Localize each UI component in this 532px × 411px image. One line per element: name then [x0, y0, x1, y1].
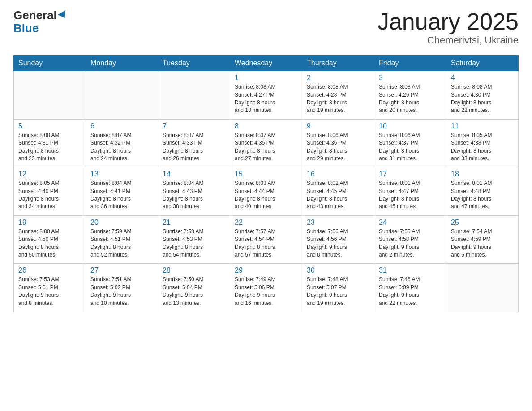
weekday-header-thursday: Thursday [302, 56, 374, 71]
day-info: Sunrise: 7:50 AM Sunset: 5:04 PM Dayligh… [163, 276, 225, 307]
day-number: 31 [379, 266, 442, 274]
day-number: 21 [163, 218, 225, 227]
day-number: 14 [163, 170, 225, 178]
day-number: 26 [18, 266, 81, 274]
calendar-cell: 3Sunrise: 8:08 AM Sunset: 4:29 PM Daylig… [374, 71, 446, 120]
day-info: Sunrise: 7:55 AM Sunset: 4:58 PM Dayligh… [379, 228, 442, 259]
logo-general-text: General [13, 9, 57, 22]
weekday-header-sunday: Sunday [14, 56, 86, 71]
day-number: 16 [307, 170, 369, 178]
calendar-cell: 8Sunrise: 8:07 AM Sunset: 4:35 PM Daylig… [230, 119, 302, 167]
calendar-cell: 11Sunrise: 8:05 AM Sunset: 4:38 PM Dayli… [446, 119, 519, 167]
calendar-cell: 1Sunrise: 8:08 AM Sunset: 4:27 PM Daylig… [230, 71, 302, 120]
calendar-cell: 30Sunrise: 7:48 AM Sunset: 5:07 PM Dayli… [302, 264, 374, 312]
day-number: 7 [163, 122, 225, 130]
day-number: 19 [18, 218, 81, 227]
day-number: 24 [379, 218, 442, 227]
weekday-header-saturday: Saturday [446, 56, 519, 71]
day-info: Sunrise: 7:57 AM Sunset: 4:54 PM Dayligh… [235, 228, 297, 259]
day-number: 25 [451, 218, 514, 227]
day-info: Sunrise: 7:51 AM Sunset: 5:02 PM Dayligh… [90, 276, 153, 307]
calendar-table: SundayMondayTuesdayWednesdayThursdayFrid… [13, 55, 519, 312]
calendar-cell: 28Sunrise: 7:50 AM Sunset: 5:04 PM Dayli… [158, 264, 230, 312]
day-number: 1 [235, 74, 297, 82]
day-info: Sunrise: 8:07 AM Sunset: 4:35 PM Dayligh… [235, 132, 297, 163]
calendar-cell: 9Sunrise: 8:06 AM Sunset: 4:36 PM Daylig… [302, 119, 374, 167]
day-number: 10 [379, 122, 442, 130]
calendar-cell: 7Sunrise: 8:07 AM Sunset: 4:33 PM Daylig… [158, 119, 230, 167]
calendar-cell: 5Sunrise: 8:08 AM Sunset: 4:31 PM Daylig… [14, 119, 86, 167]
day-info: Sunrise: 7:49 AM Sunset: 5:06 PM Dayligh… [235, 276, 297, 307]
day-info: Sunrise: 8:07 AM Sunset: 4:33 PM Dayligh… [163, 132, 225, 163]
day-info: Sunrise: 8:08 AM Sunset: 4:29 PM Dayligh… [379, 83, 442, 115]
weekday-header-friday: Friday [374, 56, 446, 71]
calendar-cell: 2Sunrise: 8:08 AM Sunset: 4:28 PM Daylig… [302, 71, 374, 120]
calendar-cell: 23Sunrise: 7:56 AM Sunset: 4:56 PM Dayli… [302, 215, 374, 264]
day-number: 22 [235, 218, 297, 227]
calendar-title-block: January 2025 Chemerivtsi, Ukraine [378, 9, 519, 46]
calendar-week-row: 26Sunrise: 7:53 AM Sunset: 5:01 PM Dayli… [14, 264, 519, 312]
logo: General Blue [13, 9, 68, 34]
calendar-cell [14, 71, 86, 120]
calendar-week-row: 19Sunrise: 8:00 AM Sunset: 4:50 PM Dayli… [14, 215, 519, 264]
weekday-header-wednesday: Wednesday [230, 56, 302, 71]
day-number: 30 [307, 266, 369, 274]
day-info: Sunrise: 8:05 AM Sunset: 4:40 PM Dayligh… [18, 180, 81, 211]
calendar-week-row: 5Sunrise: 8:08 AM Sunset: 4:31 PM Daylig… [14, 119, 519, 167]
day-info: Sunrise: 8:03 AM Sunset: 4:44 PM Dayligh… [235, 180, 297, 211]
calendar-cell: 10Sunrise: 8:06 AM Sunset: 4:37 PM Dayli… [374, 119, 446, 167]
day-number: 4 [451, 74, 514, 82]
day-number: 8 [235, 122, 297, 130]
day-info: Sunrise: 7:46 AM Sunset: 5:09 PM Dayligh… [379, 276, 442, 307]
day-info: Sunrise: 8:06 AM Sunset: 4:37 PM Dayligh… [379, 132, 442, 163]
calendar-cell: 14Sunrise: 8:04 AM Sunset: 4:43 PM Dayli… [158, 167, 230, 216]
calendar-cell: 6Sunrise: 8:07 AM Sunset: 4:32 PM Daylig… [86, 119, 158, 167]
day-number: 27 [90, 266, 153, 274]
day-info: Sunrise: 8:08 AM Sunset: 4:30 PM Dayligh… [451, 83, 514, 115]
day-number: 3 [379, 74, 442, 82]
day-number: 23 [307, 218, 369, 227]
calendar-cell [86, 71, 158, 120]
calendar-cell: 12Sunrise: 8:05 AM Sunset: 4:40 PM Dayli… [14, 167, 86, 216]
day-number: 11 [451, 122, 514, 130]
day-number: 5 [18, 122, 81, 130]
calendar-cell: 26Sunrise: 7:53 AM Sunset: 5:01 PM Dayli… [14, 264, 86, 312]
logo-arrow-icon [58, 10, 69, 20]
day-info: Sunrise: 7:56 AM Sunset: 4:56 PM Dayligh… [307, 228, 369, 259]
calendar-cell: 27Sunrise: 7:51 AM Sunset: 5:02 PM Dayli… [86, 264, 158, 312]
day-info: Sunrise: 8:04 AM Sunset: 4:41 PM Dayligh… [90, 180, 153, 211]
day-info: Sunrise: 8:04 AM Sunset: 4:43 PM Dayligh… [163, 180, 225, 211]
day-number: 6 [90, 122, 153, 130]
calendar-cell: 29Sunrise: 7:49 AM Sunset: 5:06 PM Dayli… [230, 264, 302, 312]
day-info: Sunrise: 7:58 AM Sunset: 4:53 PM Dayligh… [163, 228, 225, 259]
calendar-cell: 18Sunrise: 8:01 AM Sunset: 4:48 PM Dayli… [446, 167, 519, 216]
day-info: Sunrise: 8:08 AM Sunset: 4:28 PM Dayligh… [307, 83, 369, 115]
day-info: Sunrise: 8:02 AM Sunset: 4:45 PM Dayligh… [307, 180, 369, 211]
day-number: 9 [307, 122, 369, 130]
day-number: 12 [18, 170, 81, 178]
day-info: Sunrise: 7:48 AM Sunset: 5:07 PM Dayligh… [307, 276, 369, 307]
day-info: Sunrise: 7:59 AM Sunset: 4:51 PM Dayligh… [90, 228, 153, 259]
calendar-cell: 24Sunrise: 7:55 AM Sunset: 4:58 PM Dayli… [374, 215, 446, 264]
day-info: Sunrise: 8:06 AM Sunset: 4:36 PM Dayligh… [307, 132, 369, 163]
calendar-cell: 19Sunrise: 8:00 AM Sunset: 4:50 PM Dayli… [14, 215, 86, 264]
day-number: 17 [379, 170, 442, 178]
calendar-week-row: 12Sunrise: 8:05 AM Sunset: 4:40 PM Dayli… [14, 167, 519, 216]
calendar-title: January 2025 [378, 9, 519, 34]
day-info: Sunrise: 7:53 AM Sunset: 5:01 PM Dayligh… [18, 276, 81, 307]
day-number: 13 [90, 170, 153, 178]
calendar-cell: 20Sunrise: 7:59 AM Sunset: 4:51 PM Dayli… [86, 215, 158, 264]
day-number: 29 [235, 266, 297, 274]
day-info: Sunrise: 8:05 AM Sunset: 4:38 PM Dayligh… [451, 132, 514, 163]
day-number: 20 [90, 218, 153, 227]
calendar-cell: 13Sunrise: 8:04 AM Sunset: 4:41 PM Dayli… [86, 167, 158, 216]
day-info: Sunrise: 8:08 AM Sunset: 4:31 PM Dayligh… [18, 132, 81, 163]
weekday-header-monday: Monday [86, 56, 158, 71]
calendar-cell: 17Sunrise: 8:01 AM Sunset: 4:47 PM Dayli… [374, 167, 446, 216]
day-info: Sunrise: 7:54 AM Sunset: 4:59 PM Dayligh… [451, 228, 514, 259]
day-info: Sunrise: 8:00 AM Sunset: 4:50 PM Dayligh… [18, 228, 81, 259]
page-header: General Blue January 2025 Chemerivtsi, U… [13, 9, 519, 46]
day-number: 18 [451, 170, 514, 178]
calendar-subtitle: Chemerivtsi, Ukraine [378, 34, 519, 46]
day-number: 2 [307, 74, 369, 82]
